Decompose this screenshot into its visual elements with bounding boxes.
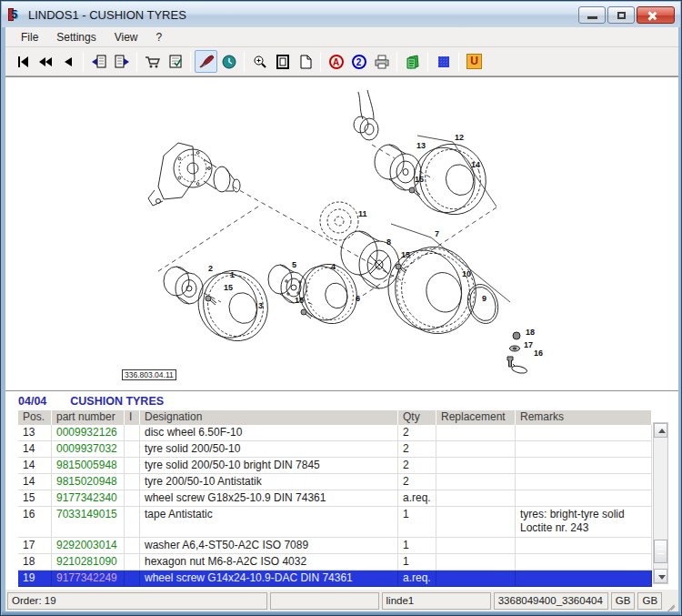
part-number-cell[interactable]: 9815005948 [52, 458, 125, 474]
replacement-cell[interactable] [436, 458, 516, 474]
column-header-part-number[interactable]: part number [52, 410, 125, 425]
replacement-cell[interactable] [436, 474, 516, 490]
qty-cell[interactable]: a.req. [398, 571, 436, 587]
info-cell[interactable] [125, 425, 140, 441]
maximize-button[interactable] [607, 6, 635, 24]
designation-cell[interactable]: tyre 200/50-10 Antistatik [140, 474, 398, 490]
menu-file[interactable]: File [13, 29, 46, 45]
info-cell[interactable] [125, 507, 140, 538]
info-cell[interactable] [125, 490, 140, 507]
qty-cell[interactable]: 2 [398, 425, 436, 441]
info-cell[interactable] [125, 458, 140, 474]
part-number-cell[interactable]: 9177342249 [52, 571, 125, 587]
column-header-qty[interactable]: Qty [398, 410, 436, 425]
remarks-cell[interactable] [516, 571, 652, 587]
info-cell[interactable] [125, 538, 140, 554]
pos-cell[interactable]: 14 [18, 458, 52, 474]
pos-cell[interactable]: 18 [18, 554, 52, 571]
qty-cell[interactable]: a.req. [398, 490, 436, 507]
marker-off-button[interactable] [195, 50, 217, 73]
part-number-cell[interactable]: 7033149015 [52, 507, 125, 538]
replacement-cell[interactable] [436, 571, 516, 587]
table-scrollbar[interactable] [653, 422, 668, 584]
pos-cell[interactable]: 13 [18, 425, 52, 441]
pos-cell[interactable]: 14 [18, 441, 52, 458]
menu-view[interactable]: View [106, 29, 146, 45]
qty-cell[interactable]: 1 [398, 554, 436, 571]
qty-cell[interactable]: 2 [398, 474, 436, 490]
remarks-cell[interactable] [516, 490, 652, 507]
notepad-button[interactable] [401, 50, 424, 73]
order-checklist-button[interactable] [164, 50, 186, 73]
diagram-view[interactable]: 123456789101112131415151515161718 336.80… [9, 77, 675, 390]
remarks-cell[interactable] [516, 441, 652, 458]
column-header-remarks[interactable]: Remarks [516, 410, 652, 425]
replacement-cell[interactable] [436, 554, 516, 571]
shopping-cart-button[interactable] [141, 50, 164, 73]
column-header-replacement[interactable]: Replacement [436, 410, 516, 425]
column-header-i[interactable]: I [125, 410, 140, 425]
info-cell[interactable] [125, 554, 140, 571]
resize-grip[interactable] [665, 592, 677, 610]
qty-cell[interactable]: 1 [398, 538, 436, 554]
info-cell[interactable] [125, 474, 140, 490]
designation-cell[interactable]: disc wheel 6.50F-10 [140, 425, 398, 441]
pos-cell[interactable]: 14 [18, 474, 52, 490]
selection-square-button[interactable] [432, 50, 455, 73]
part-number-cell[interactable]: 9292003014 [52, 538, 125, 554]
part-number-cell[interactable]: 9177342340 [52, 490, 125, 507]
info-cell[interactable] [125, 441, 140, 458]
replacement-cell[interactable] [436, 538, 516, 554]
minimize-button[interactable] [578, 6, 606, 24]
page-new-button[interactable] [294, 50, 316, 73]
pos-cell[interactable]: 16 [18, 507, 52, 538]
page-view-button[interactable] [271, 50, 294, 73]
document-first-button[interactable] [87, 50, 110, 73]
qty-cell[interactable]: 2 [398, 458, 436, 474]
column-header-designation[interactable]: Designation [140, 410, 398, 425]
clock-button[interactable] [217, 50, 240, 73]
remarks-cell[interactable] [516, 458, 652, 474]
replacement-cell[interactable] [436, 441, 516, 458]
print-button[interactable] [370, 50, 393, 73]
remarks-cell[interactable] [516, 538, 652, 554]
designation-cell[interactable]: wheel screw G14x24-10.9-DAC DIN 74361 [140, 571, 398, 587]
rewind-button[interactable] [34, 50, 56, 73]
designation-cell[interactable]: tyre solid 200/50-10 bright DIN 7845 [140, 458, 398, 474]
replacement-cell[interactable] [436, 507, 516, 538]
document-next-button[interactable] [110, 50, 133, 73]
pos-cell[interactable]: 19 [18, 571, 52, 587]
replacement-cell[interactable] [436, 425, 516, 441]
part-number-cell[interactable]: 9815020948 [52, 474, 125, 490]
designation-cell[interactable]: washer A6,4-ST50-A2C ISO 7089 [140, 538, 398, 554]
qty-cell[interactable]: 1 [398, 507, 436, 538]
first-record-button[interactable] [11, 50, 34, 73]
part-number-cell[interactable]: 9210281090 [52, 554, 125, 571]
remarks-cell[interactable] [516, 554, 652, 571]
part-number-cell[interactable]: 0009932126 [52, 425, 125, 441]
designation-cell[interactable]: tape Antistatic [140, 507, 398, 538]
designation-cell[interactable]: tyre solid 200/50-10 [140, 441, 398, 458]
remarks-cell[interactable] [516, 474, 652, 490]
scroll-down-button[interactable] [654, 569, 667, 583]
pos-cell[interactable]: 15 [18, 490, 52, 507]
column-header-pos[interactable]: Pos. [18, 410, 52, 425]
remarks-cell[interactable] [516, 425, 652, 441]
circled-2-button[interactable]: 2 [347, 50, 370, 73]
scroll-up-button[interactable] [654, 423, 667, 438]
designation-cell[interactable]: hexagon nut M6-8-A2C ISO 4032 [140, 554, 398, 571]
info-cell[interactable] [125, 571, 140, 587]
part-number-cell[interactable]: 0009937032 [52, 441, 125, 458]
qty-cell[interactable]: 2 [398, 441, 436, 458]
usage-u-button[interactable]: U [463, 50, 486, 73]
scrollbar-thumb[interactable] [654, 540, 667, 563]
title-bar[interactable]: 5 LINDOS1 - CUSHION TYRES [2, 2, 680, 27]
pos-cell[interactable]: 17 [18, 538, 52, 554]
replacement-cell[interactable] [436, 490, 516, 507]
zoom-button[interactable] [248, 50, 271, 73]
remarks-cell[interactable]: tyres: bright-tyre solidLoctite nr. 243 [516, 507, 652, 538]
designation-cell[interactable]: wheel screw G18x25-10.9 DIN 74361 [140, 490, 398, 507]
circled-a-button[interactable]: A [325, 50, 347, 73]
menu-settings[interactable]: Settings [48, 29, 104, 45]
previous-button[interactable] [56, 50, 79, 73]
